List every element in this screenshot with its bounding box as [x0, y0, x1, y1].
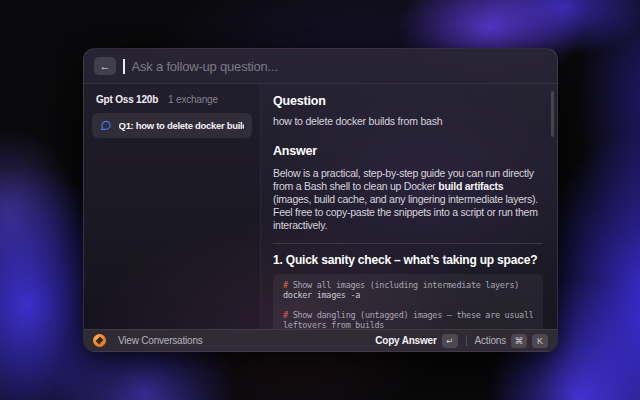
exchange-count: 1 exchange: [168, 94, 218, 105]
footer-divider: [466, 335, 467, 346]
section-heading: 1. Quick sanity check – what’s taking up…: [273, 253, 543, 267]
model-provider-icon: [93, 334, 106, 347]
k-key-badge: K: [532, 334, 548, 348]
actions-button[interactable]: Actions ⌘ K: [475, 334, 548, 348]
answer-pane: Question how to delete docker builds fro…: [261, 84, 557, 329]
ai-chat-window: ← Gpt Oss 120b 1 exchange Q1: how to del…: [83, 48, 558, 352]
conversation-sidebar: Gpt Oss 120b 1 exchange Q1: how to delet…: [84, 84, 261, 329]
chat-bubble-icon: [100, 119, 112, 132]
cmd-key-badge: ⌘: [511, 334, 527, 348]
search-header: ←: [84, 49, 557, 84]
enter-key-badge: ↵: [442, 334, 458, 348]
action-bar: View Conversations Copy Answer ↵ Actions…: [84, 329, 557, 351]
code-line: # Show all images (including intermediat…: [283, 280, 533, 290]
follow-up-question-input[interactable]: [132, 59, 548, 74]
back-arrow-icon: ←: [100, 60, 111, 72]
code-line: leftovers from builds: [283, 320, 533, 329]
code-line: # Show dangling (untagged) images – thes…: [283, 310, 533, 320]
question-heading: Question: [273, 94, 543, 108]
answer-paragraph: Below is a practical, step-by-step guide…: [273, 167, 543, 206]
view-conversations-label: View Conversations: [118, 335, 203, 346]
code-line: docker images -a: [283, 290, 533, 300]
scrollbar-thumb[interactable]: [551, 91, 554, 137]
question-text: how to delete docker builds from bash: [273, 115, 543, 127]
copy-answer-button[interactable]: Copy Answer ↵: [375, 334, 457, 348]
back-button[interactable]: ←: [94, 57, 116, 75]
model-name: Gpt Oss 120b: [96, 94, 158, 105]
conversation-item[interactable]: Q1: how to delete docker builds...: [92, 113, 252, 138]
code-block: # Show all images (including intermediat…: [273, 274, 543, 329]
copy-answer-label: Copy Answer: [375, 335, 436, 346]
sidebar-meta: Gpt Oss 120b 1 exchange: [92, 92, 252, 113]
actions-label: Actions: [475, 335, 506, 346]
section-divider: [273, 243, 543, 244]
answer-paragraph-2: Feel free to copy-paste the snippets int…: [273, 206, 543, 232]
diamond-glyph: [96, 337, 104, 345]
text-caret: [123, 59, 125, 74]
answer-bold-phrase: build artifacts: [438, 180, 503, 192]
view-conversations-button[interactable]: View Conversations: [93, 334, 203, 347]
conversation-item-label: Q1: how to delete docker builds...: [119, 120, 244, 131]
answer-heading: Answer: [273, 144, 543, 158]
window-body: Gpt Oss 120b 1 exchange Q1: how to delet…: [84, 84, 557, 329]
code-line: [283, 300, 533, 310]
